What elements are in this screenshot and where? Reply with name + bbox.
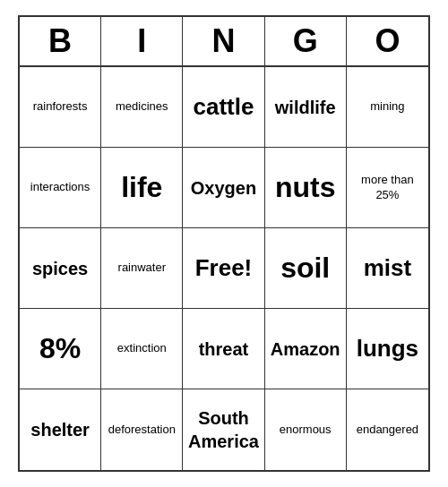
cell-text-13: soil [280, 250, 330, 287]
cell-text-5: interactions [30, 180, 90, 195]
cell-text-15: 8% [39, 330, 81, 368]
cell-text-6: life [121, 169, 162, 207]
bingo-cell-24: endangered [347, 389, 428, 470]
bingo-cell-20: shelter [20, 389, 101, 470]
cell-text-23: enormous [280, 423, 332, 438]
bingo-cell-17: threat [183, 309, 264, 389]
cell-text-14: mist [364, 253, 411, 284]
bingo-grid: rainforestsmedicinescattlewildlifemining… [20, 67, 428, 470]
bingo-cell-4: mining [347, 67, 428, 148]
cell-text-4: mining [370, 99, 404, 115]
cell-text-16: extinction [117, 341, 167, 356]
bingo-cell-21: deforestation [101, 389, 183, 470]
cell-text-0: rainforests [33, 99, 88, 115]
cell-text-19: lungs [357, 334, 418, 364]
bingo-cell-5: interactions [20, 148, 101, 228]
cell-text-18: Amazon [271, 337, 340, 361]
bingo-cell-7: Oxygen [183, 148, 264, 228]
cell-text-21: deforestation [108, 423, 176, 438]
bingo-cell-8: nuts [265, 148, 347, 228]
bingo-cell-13: soil [265, 228, 347, 309]
header-letter-B: B [20, 17, 101, 65]
cell-text-17: threat [199, 337, 249, 361]
cell-text-3: wildlife [275, 96, 336, 119]
bingo-cell-9: more than 25% [347, 148, 428, 228]
cell-text-10: spices [32, 257, 88, 280]
bingo-cell-10: spices [20, 228, 101, 309]
cell-text-2: cattle [194, 92, 254, 123]
cell-text-8: nuts [275, 169, 336, 207]
bingo-cell-1: medicines [101, 67, 183, 148]
bingo-cell-18: Amazon [265, 309, 347, 389]
cell-text-20: shelter [30, 418, 90, 441]
header-letter-N: N [183, 17, 264, 65]
bingo-cell-3: wildlife [265, 67, 347, 148]
cell-text-9: more than 25% [350, 173, 425, 203]
bingo-cell-6: life [101, 148, 183, 228]
bingo-cell-22: South America [183, 389, 264, 470]
cell-text-1: medicines [116, 99, 168, 115]
cell-text-7: Oxygen [191, 176, 256, 200]
cell-text-24: endangered [357, 423, 418, 438]
header-letter-I: I [101, 17, 183, 65]
bingo-cell-11: rainwater [101, 228, 183, 309]
bingo-cell-12: Free! [183, 228, 264, 309]
header-letter-O: O [347, 17, 428, 65]
bingo-cell-14: mist [347, 228, 428, 309]
header-letter-G: G [265, 17, 347, 65]
bingo-cell-16: extinction [101, 309, 183, 389]
bingo-cell-0: rainforests [20, 67, 101, 148]
bingo-cell-15: 8% [20, 309, 101, 389]
bingo-header: BINGO [20, 17, 428, 67]
bingo-cell-23: enormous [265, 389, 347, 470]
cell-text-11: rainwater [118, 261, 166, 276]
cell-text-22: South America [186, 406, 260, 453]
cell-text-12: Free! [195, 253, 253, 284]
bingo-card: BINGO rainforestsmedicinescattlewildlife… [18, 15, 430, 472]
bingo-cell-2: cattle [183, 67, 264, 148]
bingo-cell-19: lungs [347, 309, 428, 389]
